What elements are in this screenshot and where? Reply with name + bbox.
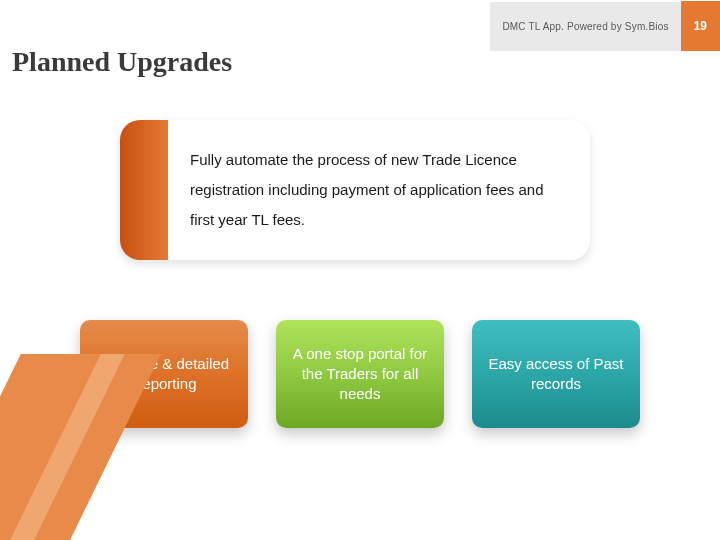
card-label: Easy access of Past records [486, 354, 626, 395]
callout-pill: Fully automate the process of new Trade … [120, 120, 590, 260]
cards-row: Accurate & detailed Reporting A one stop… [80, 320, 640, 428]
callout-text: Fully automate the process of new Trade … [190, 145, 568, 235]
card-portal: A one stop portal for the Traders for al… [276, 320, 444, 428]
callout-stripe [120, 120, 168, 260]
card-records: Easy access of Past records [472, 320, 640, 428]
slide: DMC TL App. Powered by Sym.Bios 19 Plann… [0, 0, 720, 540]
card-label: A one stop portal for the Traders for al… [290, 344, 430, 405]
page-number: 19 [681, 1, 720, 51]
header-strip: DMC TL App. Powered by Sym.Bios 19 [490, 0, 720, 52]
page-title: Planned Upgrades [12, 46, 232, 78]
callout-body: Fully automate the process of new Trade … [168, 120, 590, 260]
app-label: DMC TL App. Powered by Sym.Bios [490, 2, 680, 51]
